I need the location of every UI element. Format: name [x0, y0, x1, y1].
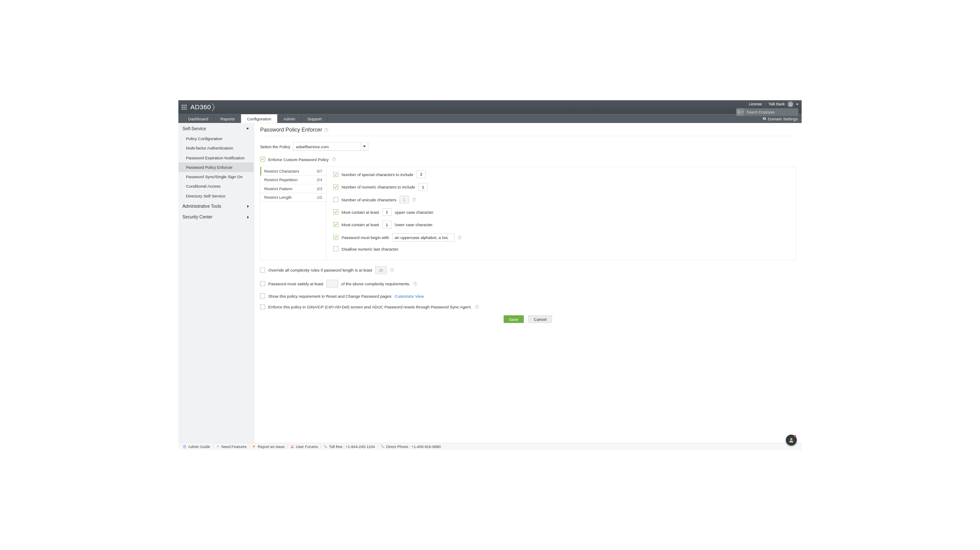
- override-length-checkbox[interactable]: [260, 268, 265, 272]
- numeric-chars-input[interactable]: [418, 183, 428, 191]
- sidebar-item-password-expiration[interactable]: Password Expiration Notification: [178, 153, 254, 162]
- unicode-chars-label: Number of unicode characters: [341, 197, 396, 202]
- chat-avatar-button[interactable]: [786, 435, 797, 445]
- sidebar-item-policy-configuration[interactable]: Policy Configuration: [178, 134, 254, 143]
- show-policy-label: Show this policy requirement in Reset an…: [268, 294, 391, 299]
- logo-text: AD360: [190, 103, 211, 111]
- uppercase-suffix-label: upper case character.: [395, 210, 434, 215]
- enforce-gina-label: Enforce this policy in GINA/CP (Ctrl+Alt…: [268, 305, 472, 309]
- footer-direct-phone: Direct Phone : +1-408-916-9890: [381, 444, 441, 448]
- footer-admin-guide[interactable]: Admin Guide: [183, 444, 210, 448]
- sidebar-group-admin-tools[interactable]: Administrative Tools: [178, 200, 254, 211]
- sidebar-item-conditional-access[interactable]: Conditional Access: [178, 182, 254, 191]
- sidebar-item-mfa[interactable]: Multi-factor Authentication: [178, 143, 254, 153]
- lowercase-input[interactable]: [382, 221, 392, 228]
- rules-tab-restrict-repetition[interactable]: Restrict Repetition 2/4: [260, 176, 326, 184]
- sidebar-item-password-sync-sso[interactable]: Password Sync/Single Sign On: [178, 172, 254, 182]
- customize-view-link[interactable]: Customize View: [394, 294, 424, 299]
- satisfy-suffix-label: of the above complexity requirements.: [341, 281, 410, 286]
- unicode-chars-checkbox[interactable]: [333, 197, 338, 202]
- help-icon[interactable]: ?: [413, 282, 417, 286]
- page-title: Password Policy Enforcer ?: [260, 127, 795, 136]
- tab-support[interactable]: Support: [302, 114, 328, 123]
- numeric-chars-label: Number of numeric characters to include: [341, 185, 415, 189]
- save-button[interactable]: Save: [504, 315, 524, 323]
- begin-with-label: Password must begin with: [341, 235, 389, 240]
- tab-admin[interactable]: Admin: [278, 114, 302, 123]
- help-icon[interactable]: ?: [324, 128, 328, 132]
- search-icon[interactable]: [736, 108, 744, 116]
- sidebar-item-password-policy-enforcer[interactable]: Password Policy Enforcer: [178, 162, 254, 172]
- license-link[interactable]: License: [749, 102, 762, 106]
- phone-icon: [324, 445, 328, 448]
- search-box[interactable]: [736, 108, 798, 116]
- footer-report-issue[interactable]: Report an Issue: [252, 444, 285, 448]
- uppercase-prefix-label: Must contain at least: [341, 210, 379, 215]
- lowercase-checkbox[interactable]: [333, 222, 338, 227]
- apps-icon[interactable]: [182, 105, 186, 110]
- unicode-chars-input[interactable]: [400, 196, 409, 203]
- rules-tab-restrict-characters[interactable]: Restrict Characters 5/7: [260, 167, 326, 176]
- show-policy-checkbox[interactable]: [260, 293, 265, 298]
- users-icon: [290, 445, 294, 448]
- disallow-numeric-last-label: Disallow numeric last character.: [341, 247, 399, 251]
- satisfy-at-least-input[interactable]: [326, 280, 338, 287]
- enforce-gina-checkbox[interactable]: [260, 305, 265, 309]
- sidebar-item-directory-self-service[interactable]: Directory Self Service: [178, 191, 254, 200]
- special-chars-label: Number of special characters to include: [341, 172, 413, 177]
- chevron-right-icon: [247, 205, 249, 208]
- svg-point-6: [293, 445, 293, 446]
- begin-with-checkbox[interactable]: [333, 235, 338, 240]
- sparkle-icon: [216, 445, 220, 448]
- cancel-button[interactable]: Cancel: [528, 315, 552, 323]
- uppercase-checkbox[interactable]: [333, 209, 338, 214]
- help-icon[interactable]: ?: [390, 268, 394, 272]
- select-policy-label: Select the Policy: [260, 144, 290, 149]
- tab-configuration[interactable]: Configuration: [241, 114, 278, 123]
- phone-icon: [381, 445, 385, 448]
- override-length-input[interactable]: [375, 266, 387, 274]
- footer-toll-free: Toll free : +1-844-245-1104: [324, 444, 375, 448]
- footer-need-features[interactable]: Need Features: [216, 444, 247, 448]
- chevron-down-icon: [361, 142, 368, 151]
- search-input[interactable]: [744, 108, 798, 116]
- sidebar-group-security-center[interactable]: Security Center: [178, 212, 254, 222]
- begin-with-select[interactable]: an uppercase alphabet, a lowe: [392, 233, 454, 242]
- help-icon[interactable]: ?: [475, 305, 479, 309]
- help-icon[interactable]: ?: [457, 236, 461, 239]
- tab-reports[interactable]: Reports: [215, 114, 241, 123]
- document-icon: [183, 445, 187, 448]
- policy-select[interactable]: adselfservice.com: [293, 142, 368, 151]
- user-menu-caret-icon[interactable]: [796, 104, 798, 105]
- satisfy-at-least-checkbox[interactable]: [260, 281, 265, 286]
- special-chars-input[interactable]: [417, 170, 426, 178]
- numeric-chars-checkbox[interactable]: [333, 185, 338, 189]
- rules-tab-restrict-length[interactable]: Restrict Length 1/2: [260, 193, 326, 202]
- special-chars-checkbox[interactable]: [333, 172, 338, 177]
- help-icon[interactable]: ?: [332, 157, 336, 161]
- lowercase-prefix-label: Must contain at least: [341, 222, 379, 227]
- enforce-custom-policy-label: Enforce Custom Password Policy: [268, 157, 329, 161]
- disallow-numeric-last-checkbox[interactable]: [333, 246, 338, 251]
- svg-point-7: [790, 438, 792, 440]
- chevron-right-icon: [247, 216, 249, 218]
- rules-tab-restrict-pattern[interactable]: Restrict Pattern 2/3: [260, 184, 326, 193]
- user-avatar-icon[interactable]: [788, 101, 794, 107]
- chevron-down-icon: [246, 128, 249, 130]
- uppercase-input[interactable]: [382, 208, 392, 216]
- svg-point-0: [790, 103, 791, 104]
- override-length-label: Override all complexity rules if passwor…: [268, 268, 372, 272]
- product-logo: AD360: [190, 102, 217, 112]
- talk-back-link[interactable]: Talk Back: [768, 102, 785, 106]
- flag-icon: [252, 445, 256, 448]
- chevron-down-icon: [448, 233, 454, 242]
- svg-point-5: [291, 445, 292, 446]
- sidebar-group-self-service[interactable]: Self-Service: [178, 123, 254, 134]
- tab-dashboard[interactable]: Dashboard: [182, 114, 214, 123]
- lowercase-suffix-label: lower case character.: [395, 222, 433, 227]
- help-icon[interactable]: ?: [412, 197, 416, 201]
- domain-settings-label: Domain Settings: [768, 117, 798, 121]
- footer-user-forums[interactable]: User Forums: [290, 444, 318, 448]
- enforce-custom-policy-checkbox[interactable]: [260, 157, 265, 161]
- gear-icon: [762, 117, 766, 120]
